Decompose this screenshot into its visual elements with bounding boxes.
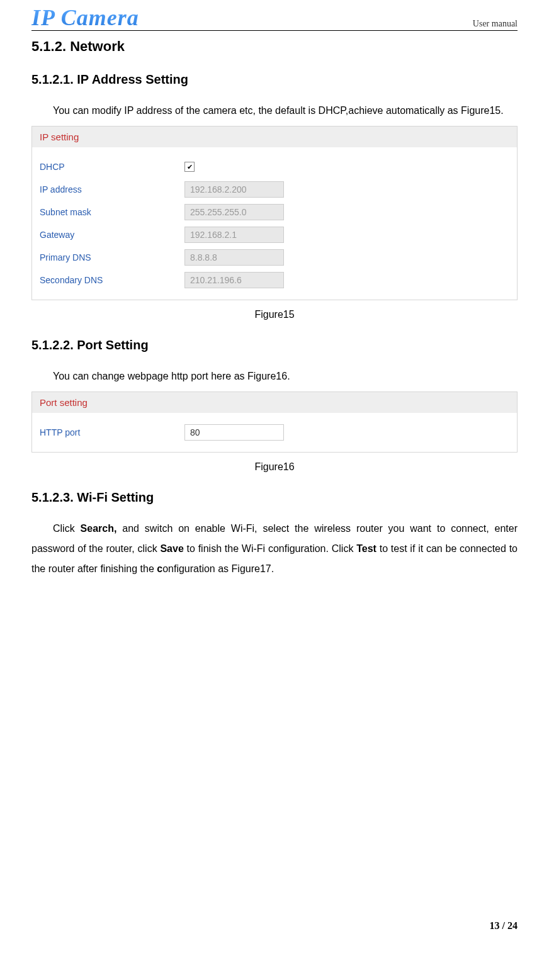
panel-header-port: Port setting xyxy=(32,392,517,413)
bold-test: Test xyxy=(356,543,376,554)
panel-header-ip: IP setting xyxy=(32,127,517,147)
bold-save: Save xyxy=(160,543,183,554)
caption-figure16: Figure16 xyxy=(31,461,518,473)
paragraph-port: You can change webpage http port here as… xyxy=(31,366,518,386)
section-heading-network: 5.1.2. Network xyxy=(31,38,518,55)
header-right-text: User manual xyxy=(473,19,518,29)
input-http-port[interactable]: 80 xyxy=(184,424,284,441)
input-gateway[interactable]: 192.168.2.1 xyxy=(184,227,284,243)
heading-wifi-setting: 5.1.2.3. Wi-Fi Setting xyxy=(31,490,518,505)
panel-ip-setting: IP setting DHCP ✔ IP address 192.168.2.2… xyxy=(31,126,518,300)
heading-port-setting: 5.1.2.2. Port Setting xyxy=(31,338,518,352)
bold-search: Search, xyxy=(81,523,117,534)
input-secondary-dns[interactable]: 210.21.196.6 xyxy=(184,272,284,288)
paragraph-ip: You can modify IP address of the camera … xyxy=(31,101,518,121)
caption-figure15: Figure15 xyxy=(31,309,518,320)
text: onfiguration as Figure17. xyxy=(162,563,274,574)
input-ip-address[interactable]: 192.168.2.200 xyxy=(184,181,284,198)
logo: IP Camera xyxy=(31,6,139,29)
label-dhcp: DHCP xyxy=(40,162,184,172)
input-subnet-mask[interactable]: 255.255.255.0 xyxy=(184,204,284,220)
text: to finish the Wi-Fi configuration. Click xyxy=(184,543,356,554)
heading-ip-address-setting: 5.1.2.1. IP Address Setting xyxy=(31,72,518,87)
bold-c: c xyxy=(157,563,162,574)
label-gateway: Gateway xyxy=(40,230,184,240)
label-http-port: HTTP port xyxy=(40,427,184,437)
panel-port-setting: Port setting HTTP port 80 xyxy=(31,391,518,453)
page-header: IP Camera User manual xyxy=(31,6,518,31)
page-number: 13 / 24 xyxy=(490,920,518,932)
label-primary-dns: Primary DNS xyxy=(40,252,184,262)
text: Click xyxy=(53,523,81,534)
label-subnet-mask: Subnet mask xyxy=(40,207,184,217)
label-secondary-dns: Secondary DNS xyxy=(40,275,184,285)
label-ip-address: IP address xyxy=(40,184,184,194)
input-primary-dns[interactable]: 8.8.8.8 xyxy=(184,249,284,266)
paragraph-wifi: Click Search, and switch on enable Wi-Fi… xyxy=(31,519,518,579)
checkbox-dhcp[interactable]: ✔ xyxy=(184,162,195,172)
